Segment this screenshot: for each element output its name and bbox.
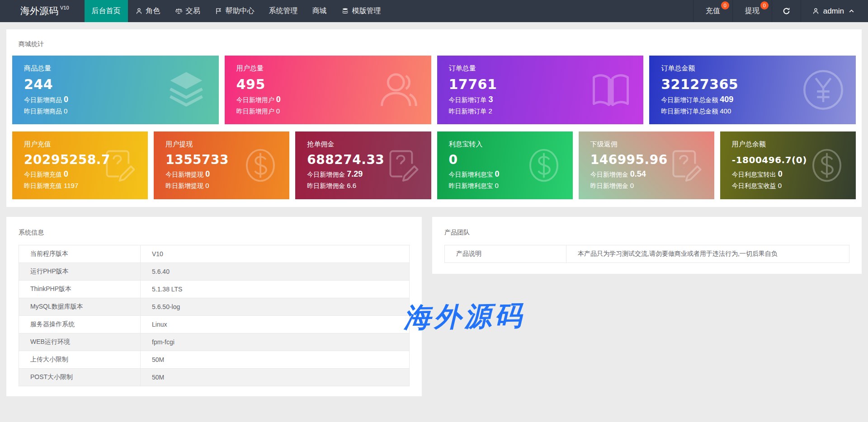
- row-value: 5.6.40: [141, 263, 410, 281]
- today-value: 3: [489, 95, 493, 104]
- mall-stats-title: 商城统计: [19, 40, 856, 48]
- stat-card-order-amount-total: 订单总金额 32127365 今日新增订单总金额409 昨日新增订单总金额400: [649, 56, 856, 124]
- person-icon: [812, 7, 820, 15]
- form-edit-icon: [100, 146, 138, 184]
- refresh-button[interactable]: [772, 0, 801, 22]
- brand-logo[interactable]: 海外源码 V10: [0, 0, 85, 22]
- withdraw-button[interactable]: 提现 0: [732, 0, 772, 22]
- yesterday-label: 昨日新增订单: [449, 108, 487, 115]
- stat-card-interest-transfer-in: 利息宝转入 0 今日新增利息宝0 昨日新增利息宝0: [437, 131, 573, 199]
- yesterday-label: 昨日新增用户: [236, 108, 274, 115]
- chevron-up-icon: [848, 7, 855, 15]
- system-info-title: 系统信息: [19, 229, 410, 237]
- scales-icon: [175, 7, 183, 15]
- nav-item-模版管理[interactable]: 模版管理: [334, 0, 388, 22]
- today-label: 今日利息宝转出: [732, 171, 776, 178]
- today-label: 今日新增提现: [165, 171, 203, 178]
- yen-circle-icon-box: [801, 67, 846, 113]
- nav-item-label: 系统管理: [269, 6, 298, 16]
- today-label: 今日新增商品: [24, 96, 62, 103]
- nav-item-label: 交易: [186, 6, 200, 16]
- stat-card-goods-total: 商品总量 244 今日新增商品0 昨日新增商品0: [12, 56, 219, 124]
- nav-item-系统管理[interactable]: 系统管理: [262, 0, 305, 22]
- row-value: 5.6.50-log: [141, 298, 410, 316]
- flag-icon: [215, 7, 222, 15]
- recharge-button[interactable]: 充值 0: [693, 0, 732, 22]
- stat-card-grab-commission: 抢单佣金 688274.33 今日新增佣金7.29 昨日新增佣金6.6: [295, 131, 431, 199]
- today-label: 今日新增订单: [449, 96, 487, 103]
- dollar-circle-icon-box: [525, 146, 563, 184]
- main-menu: 后台首页 角色 交易 帮助中心系统管理商城 模版管理: [85, 0, 388, 22]
- stat-card-user-withdraw: 用户提现 1355733 今日新增提现0 昨日新增提现0: [154, 131, 289, 199]
- yesterday-label: 今日利息宝收益: [732, 182, 776, 189]
- nav-item-商城[interactable]: 商城: [305, 0, 334, 22]
- stat-card-user-balance-total: 用户总余额 -1800496.7(0) 今日利息宝转出0 今日利息宝收益0: [720, 131, 856, 199]
- yesterday-label: 昨日新增提现: [165, 182, 203, 189]
- main-content: 商城统计 商品总量 244 今日新增商品0 昨日新增商品0 用户总量 495 今…: [0, 22, 868, 396]
- table-row: POST大小限制 50M: [19, 369, 410, 386]
- yesterday-label: 昨日新增利息宝: [449, 182, 493, 189]
- layers-icon-box: [164, 67, 209, 113]
- yesterday-value: 0: [778, 182, 782, 189]
- row-value: 50M: [141, 369, 410, 386]
- table-row: WEB运行环境 fpm-fcgi: [19, 333, 410, 351]
- form-edit-icon-box: [383, 146, 421, 184]
- dollar-circle-icon: [525, 146, 563, 184]
- brand-name: 海外源码: [20, 5, 58, 17]
- table-row: 产品说明 本产品只为学习测试交流,请勿要做商业或者用于违法行为,一切后果自负: [445, 245, 849, 263]
- brand-version: V10: [60, 5, 69, 10]
- table-row: 当前程序版本 V10: [19, 245, 410, 263]
- today-value: 0: [276, 95, 281, 104]
- stat-card-orders-total: 订单总量 17761 今日新增订单3 昨日新增订单2: [437, 56, 644, 124]
- yesterday-value: 400: [720, 107, 731, 115]
- dollar-circle-icon: [241, 146, 279, 184]
- book-icon-box: [588, 67, 633, 113]
- withdraw-label: 提现: [745, 6, 760, 16]
- yesterday-label: 昨日新增充值: [24, 182, 62, 189]
- stat-card-sub-rebate: 下级返佣 146995.96 今日新增佣金0.54 昨日新增佣金0: [579, 131, 714, 199]
- today-label: 今日新增充值: [24, 171, 62, 178]
- today-value: 0: [64, 169, 68, 178]
- table-row: 服务器操作系统 Linux: [19, 316, 410, 333]
- nav-item-帮助中心[interactable]: 帮助中心: [208, 0, 262, 22]
- yesterday-value: 0: [630, 182, 634, 189]
- form-edit-icon: [666, 146, 704, 184]
- dollar-circle-icon: [808, 146, 846, 184]
- row-label: WEB运行环境: [19, 333, 141, 351]
- system-info-table: 当前程序版本 V10 运行PHP版本 5.6.40 ThinkPHP版本 5.1…: [19, 245, 410, 386]
- today-value: 0.54: [630, 169, 646, 178]
- nav-item-交易[interactable]: 交易: [168, 0, 208, 22]
- yesterday-value: 0: [276, 107, 280, 115]
- today-label: 今日新增佣金: [307, 171, 345, 178]
- table-row: 运行PHP版本 5.6.40: [19, 263, 410, 281]
- today-label: 今日新增用户: [236, 96, 274, 103]
- system-info-panel: 系统信息 当前程序版本 V10 运行PHP版本 5.6.40 ThinkPHP版…: [6, 217, 422, 396]
- dollar-circle-icon-box: [241, 146, 279, 184]
- nav-item-后台首页[interactable]: 后台首页: [85, 0, 128, 22]
- navbar-right: 充值 0 提现 0 admin: [693, 0, 868, 22]
- row-value: V10: [141, 245, 410, 263]
- recharge-badge: 0: [721, 1, 729, 9]
- table-row: MySQL数据库版本 5.6.50-log: [19, 298, 410, 316]
- table-row: 上传大小限制 50M: [19, 351, 410, 369]
- today-value: 409: [720, 95, 733, 104]
- today-value: 0: [778, 169, 783, 178]
- row-label: MySQL数据库版本: [19, 298, 141, 316]
- stat-card-users-total: 用户总量 495 今日新增用户0 昨日新增用户0: [225, 56, 431, 124]
- yesterday-value: 2: [489, 107, 492, 115]
- yesterday-value: 0: [64, 107, 67, 115]
- table-row: ThinkPHP版本 5.1.38 LTS: [19, 281, 410, 298]
- yesterday-label: 昨日新增佣金: [307, 182, 345, 189]
- today-value: 7.29: [347, 169, 363, 178]
- row-label: 上传大小限制: [19, 351, 141, 369]
- withdraw-badge: 0: [760, 1, 769, 9]
- yesterday-label: 昨日新增商品: [24, 108, 62, 115]
- nav-item-角色[interactable]: 角色: [128, 0, 168, 22]
- dollar-circle-icon-box: [808, 146, 846, 184]
- row-value: 50M: [141, 351, 410, 369]
- row-label: 运行PHP版本: [19, 263, 141, 281]
- user-menu[interactable]: admin: [801, 0, 868, 22]
- bottom-panels: 系统信息 当前程序版本 V10 运行PHP版本 5.6.40 ThinkPHP版…: [6, 217, 862, 396]
- row-label: 产品说明: [445, 245, 566, 263]
- top-navbar: 海外源码 V10 后台首页 角色 交易 帮助中心系统管理商城 模版管理 充值 0…: [0, 0, 868, 22]
